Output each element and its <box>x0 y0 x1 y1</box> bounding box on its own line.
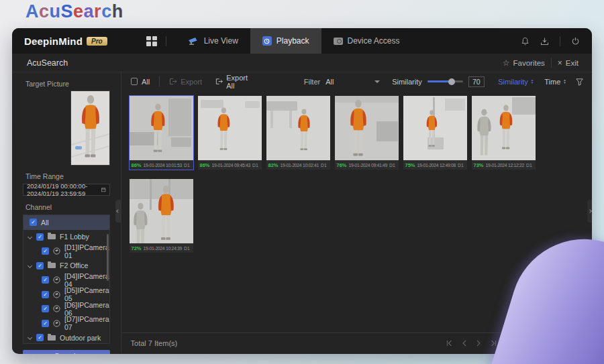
calendar-icon <box>101 186 105 193</box>
logo-letter: a <box>84 1 95 21</box>
result-timestamp: 19-01-2024 09:41:49 <box>349 163 387 168</box>
chevron-down-icon[interactable] <box>28 235 32 239</box>
logo-letter: u <box>50 1 61 21</box>
notification-bell-icon[interactable] <box>521 37 530 46</box>
target-picture-label: Target Picture <box>26 80 110 88</box>
result-timestamp: 19-01-2024 12:49:08 <box>417 163 456 168</box>
camera-icon <box>53 247 60 255</box>
sort-similarity-label: Similarity <box>498 78 528 86</box>
filter-select[interactable]: All <box>325 78 380 86</box>
tab-label: Live View <box>204 36 238 46</box>
export-icon <box>169 78 177 85</box>
result-meta: 86%19-01-2024 10:01:53D1 <box>130 160 193 170</box>
power-icon[interactable] <box>571 37 580 46</box>
chevron-down-icon <box>374 80 380 83</box>
chevron-down-icon[interactable] <box>28 263 32 268</box>
tree-item--d7-ipcamera-07[interactable]: ✓[D7]IPCamera 07 <box>23 316 109 331</box>
tree-item--d6-ipcamera-06[interactable]: ✓[D6]IPCamera 06 <box>23 302 109 316</box>
logo-letter: h <box>112 1 123 21</box>
result-timestamp: 19-01-2024 10:24:39 <box>144 246 182 251</box>
last-page-button[interactable] <box>490 340 497 347</box>
result-thumbnail[interactable] <box>198 96 262 160</box>
result-thumbnail[interactable] <box>266 96 330 160</box>
divider <box>560 36 560 46</box>
tree-item-f1-lobby[interactable]: ✓F1 Lobby <box>23 230 109 245</box>
time-range-value: 2024/01/19 00:00:00-2024/01/19 23:59:59 <box>27 182 101 197</box>
similarity-value-input[interactable]: 70 <box>468 76 485 87</box>
search-button[interactable]: Search <box>23 350 110 354</box>
export-all-button[interactable]: Export All <box>215 74 256 90</box>
time-range-input[interactable]: 2024/01/19 00:00:00-2024/01/19 23:59:59 <box>23 184 110 196</box>
folder-icon <box>48 335 56 341</box>
similarity-label: Similarity <box>392 78 422 86</box>
tree-item--d5-ipcamera-05[interactable]: ✓[D5]IPCamera 05 <box>23 288 109 302</box>
result-thumbnail[interactable] <box>472 96 536 160</box>
sort-by-similarity[interactable]: Similarity ▲▼ <box>498 78 534 86</box>
previous-page-button[interactable] <box>462 340 467 347</box>
tree-item--d1-ipcamera-01[interactable]: ✓[D1]IPCamera 01 <box>23 244 109 259</box>
app-grid-icon[interactable] <box>146 36 156 46</box>
favorites-button[interactable]: ☆ Favorites <box>503 58 545 68</box>
sidebar-collapse-handle[interactable] <box>115 200 121 223</box>
checkbox-checked[interactable]: ✓ <box>36 262 44 269</box>
result-card[interactable]: 86%19-01-2024 10:01:53D1 <box>130 96 193 170</box>
exit-button[interactable]: × Exit <box>558 58 578 68</box>
result-card[interactable]: 76%19-01-2024 09:41:49D1 <box>335 96 399 170</box>
divider <box>166 36 166 46</box>
page-background: AcuSearch DeepinMind Pro Live View Playb… <box>0 0 604 364</box>
chevron-down-icon[interactable] <box>28 335 32 340</box>
tree-scrollbar[interactable] <box>107 234 109 281</box>
acusearch-header: AcuSearch ☆ Favorites × Exit <box>12 54 592 72</box>
result-card[interactable]: 72%19-01-2024 10:24:39D1 <box>130 179 193 253</box>
next-page-button[interactable] <box>476 340 481 347</box>
checkbox-checked[interactable]: ✓ <box>36 233 44 241</box>
export-button[interactable]: Export <box>169 78 202 86</box>
result-channel: D1 <box>184 163 190 168</box>
result-card[interactable]: 73%19-01-2024 12:12:22D1 <box>472 96 536 170</box>
checkbox-checked[interactable]: ✓ <box>42 305 49 312</box>
time-range-label: Time Range <box>26 172 110 180</box>
checkbox-checked[interactable]: ✓ <box>42 247 49 255</box>
brand-name: DeepinMind <box>24 36 83 47</box>
tab-live-view[interactable]: Live View <box>176 28 250 54</box>
result-card[interactable]: 75%19-01-2024 12:49:08D1 <box>403 96 467 170</box>
panel-expand-handle[interactable] <box>587 200 592 223</box>
result-thumbnail[interactable] <box>403 96 467 160</box>
result-thumbnail[interactable] <box>130 179 193 243</box>
tree-item-label: [D7]IPCamera 07 <box>64 315 109 331</box>
similarity-percent: 86% <box>200 162 210 168</box>
result-meta: 73%19-01-2024 12:12:22D1 <box>472 160 536 170</box>
checkbox-checked[interactable]: ✓ <box>42 291 49 298</box>
camera-icon <box>53 320 60 327</box>
checkbox-checked[interactable]: ✓ <box>42 276 49 284</box>
camera-icon <box>188 37 199 45</box>
tree-item-f2-office[interactable]: ✓F2 Office <box>23 259 109 274</box>
checkbox-checked[interactable]: ✓ <box>30 219 37 226</box>
playback-icon <box>262 36 272 46</box>
filter-funnel-icon[interactable] <box>576 78 583 86</box>
download-icon[interactable] <box>540 37 549 46</box>
star-icon: ☆ <box>503 58 510 68</box>
total-count: Total 7 Item(s) <box>131 339 178 347</box>
tab-device-access[interactable]: Device Access <box>321 28 412 54</box>
similarity-percent: 86% <box>132 162 142 168</box>
result-thumbnail[interactable] <box>335 96 399 160</box>
result-channel: D1 <box>526 163 532 168</box>
result-card[interactable]: 86%19-01-2024 09:45:43D1 <box>198 96 262 170</box>
similarity-percent: 75% <box>405 162 415 168</box>
result-card[interactable]: 82%19-01-2024 10:02:41D1 <box>266 96 330 170</box>
tree-item--d4-ipcamera-04[interactable]: ✓[D4]IPCamera 04 <box>23 273 109 288</box>
sort-by-time[interactable]: Time ▲▼ <box>544 78 566 86</box>
result-channel: D1 <box>389 163 395 168</box>
result-thumbnail[interactable] <box>130 96 193 160</box>
tab-playback[interactable]: Playback <box>250 28 321 54</box>
first-page-button[interactable] <box>446 340 453 347</box>
page-title: AcuSearch <box>27 58 68 68</box>
similarity-slider[interactable] <box>427 80 463 82</box>
tree-item-all[interactable]: ✓All <box>23 215 109 230</box>
tree-item-outdoor-park[interactable]: ✓Outdoor park <box>23 330 109 344</box>
checkbox-checked[interactable]: ✓ <box>36 334 44 341</box>
select-all-checkbox[interactable] <box>131 78 138 85</box>
checkbox-checked[interactable]: ✓ <box>42 320 49 327</box>
export-all-label: Export All <box>226 74 256 90</box>
